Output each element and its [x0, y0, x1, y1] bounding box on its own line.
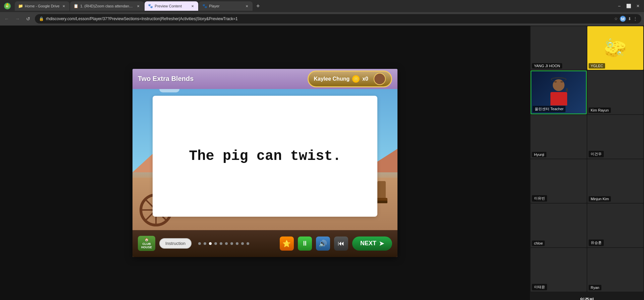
address-bar-icons: ☆ M ⬇ ⋮ [614, 16, 637, 22]
dot-3 [209, 242, 212, 245]
dot-7 [230, 242, 233, 245]
participant-tile-chloe: chloe [531, 204, 587, 247]
story-text: The pig can twist. [189, 148, 341, 164]
new-tab-button[interactable]: + [253, 1, 263, 11]
maximize-button[interactable]: ⬜ [625, 3, 632, 9]
tab-bar: A 📁 Home - Google Drive ✕ 📋 1. (RHD)Zoom… [0, 0, 644, 12]
lesson-area: Two Extra Blends Kaylee Chung 🪙 x0 The p… [0, 26, 530, 300]
score-badge: Kaylee Chung 🪙 x0 [308, 71, 392, 87]
participant-name-igonu: 이건우 [589, 151, 604, 157]
skip-back-button[interactable]: ⏮ [334, 237, 348, 251]
lock-icon: 🔒 [39, 16, 44, 21]
player-avatar [374, 73, 386, 85]
player-name: Kaylee Chung [314, 76, 350, 82]
clubhouse-button[interactable]: 🏠 CLUBHOUSE [138, 236, 155, 251]
next-arrow-icon: ➤ [379, 240, 384, 247]
minimize-button[interactable]: − [616, 3, 623, 9]
teacher-head [553, 79, 565, 91]
participant-tile-yushunghun: 유승훈 [587, 204, 643, 247]
pause-button[interactable]: ⏸ [298, 237, 312, 251]
address-text: rhdiscovery.com/Lesson/Player/37?Preview… [46, 16, 612, 21]
participant-tile-iyubin: 이유빈 [531, 159, 587, 203]
participant-tile-hyunji: Hyunji [531, 115, 587, 159]
participant-tile-imjubin: 임주빈 🔴 임주빈 [531, 292, 643, 300]
browser-logo: A [3, 1, 12, 11]
participant-name-ryan: Ryan [589, 285, 601, 290]
tab3-close[interactable]: ✕ [190, 4, 195, 8]
tab1-label: Home - Google Drive [25, 4, 59, 8]
tab-player[interactable]: 🐾 Player ✕ [199, 1, 253, 11]
participant-name-yang-ji-hoon: YANG JI HOON [532, 63, 562, 69]
tab-google-drive[interactable]: 📁 Home - Google Drive ✕ [15, 1, 69, 11]
dot-4 [214, 242, 217, 245]
house-icon: 🏠 [145, 238, 149, 242]
participant-tile-teacher: 올린센터 Teacher [531, 71, 587, 114]
tab2-label: 1. (RHD)Zoom class attendanc... [80, 4, 134, 8]
participant-name-iyubin: 이유빈 [532, 195, 547, 202]
bookmark-icon[interactable]: ☆ [614, 16, 618, 21]
tab1-close[interactable]: ✕ [61, 4, 66, 8]
download-icon[interactable]: ⬇ [628, 16, 631, 21]
score-value: x0 [362, 76, 368, 82]
participant-tile-yang-ji-hoon: YANG JI HOON [531, 26, 587, 70]
browser-chrome: A 📁 Home - Google Drive ✕ 📋 1. (RHD)Zoom… [0, 0, 644, 26]
svg-text:A: A [6, 5, 8, 8]
participant-tile-minjun: Minjun Kim [587, 159, 643, 203]
dot-10 [247, 242, 249, 245]
address-bar[interactable]: 🔒 rhdiscovery.com/Lesson/Player/37?Previ… [35, 14, 641, 24]
game-background: Two Extra Blends Kaylee Chung 🪙 x0 The p… [132, 69, 397, 257]
star-button[interactable]: ⭐ [280, 237, 294, 251]
participant-name-chloe: chloe [532, 241, 545, 246]
next-button[interactable]: NEXT ➤ [352, 237, 392, 251]
forward-button[interactable]: → [13, 15, 21, 23]
tab4-close[interactable]: ✕ [245, 4, 249, 8]
clubhouse-label: CLUBHOUSE [141, 242, 152, 249]
participant-tile-kim-rayun: Kim Rayun [587, 71, 643, 114]
main-content-area: Two Extra Blends Kaylee Chung 🪙 x0 The p… [0, 26, 644, 300]
instruction-button[interactable]: Instruction [159, 238, 192, 249]
imjubin-name: 임주빈 [580, 297, 594, 300]
tab3-label: Preview Content [155, 4, 188, 8]
participant-name-yglec: YGLEC [589, 63, 605, 69]
teacher-body [550, 92, 567, 105]
coin-icon: 🪙 [352, 75, 360, 83]
close-window-button[interactable]: ✕ [635, 3, 641, 9]
tab1-favicon: 📁 [18, 4, 23, 8]
participant-name-teacher: 올린센터 Teacher [533, 106, 566, 112]
window-controls: − ⬜ ✕ [616, 3, 641, 9]
tab4-favicon: 🐾 [202, 4, 207, 8]
tab2-close[interactable]: ✕ [136, 4, 141, 8]
game-header: Two Extra Blends Kaylee Chung 🪙 x0 [132, 69, 397, 89]
next-label: NEXT [360, 240, 376, 247]
participant-name-hyunji: Hyunji [532, 152, 546, 157]
participant-name-itaeyun: 이태윤 [532, 284, 547, 290]
instruction-label: Instruction [165, 241, 185, 246]
sound-button[interactable]: 🔊 [316, 237, 330, 251]
dot-5 [220, 242, 222, 245]
tab3-favicon: 🐾 [148, 4, 153, 8]
participant-name-kim-rayun: Kim Rayun [589, 108, 611, 113]
address-bar-row: ← → ↺ 🔒 rhdiscovery.com/Lesson/Player/37… [0, 12, 644, 26]
participants-sidebar: YANG JI HOON 🧽 YGLEC [530, 26, 644, 300]
participant-name-yushunghun: 유승훈 [589, 240, 604, 246]
profile-icon[interactable]: M [620, 16, 626, 22]
tab4-label: Player [209, 4, 243, 8]
participant-name-minjun: Minjun Kim [589, 196, 611, 202]
participant-tile-igonu: 이건우 [587, 115, 643, 159]
participant-tile-itaeyun: 이태윤 [531, 248, 587, 292]
progress-dots [196, 242, 276, 245]
teacher-figure [550, 79, 567, 105]
dot-2 [204, 242, 206, 245]
headset-band [551, 77, 567, 81]
back-button[interactable]: ← [3, 15, 11, 23]
dot-8 [236, 242, 238, 245]
lesson-title: Two Extra Blends [138, 75, 194, 83]
reload-button[interactable]: ↺ [24, 15, 32, 23]
menu-icon[interactable]: ⋮ [633, 16, 637, 21]
tab-preview-content[interactable]: 🐾 Preview Content ✕ [145, 1, 198, 11]
headset-mic [566, 88, 568, 92]
story-card: The pig can twist. [153, 96, 377, 217]
participant-tile-yglec: 🧽 YGLEC [587, 26, 643, 70]
tab-zoom-attendance[interactable]: 📋 1. (RHD)Zoom class attendanc... ✕ [70, 1, 144, 11]
game-player: Two Extra Blends Kaylee Chung 🪙 x0 The p… [132, 69, 397, 257]
